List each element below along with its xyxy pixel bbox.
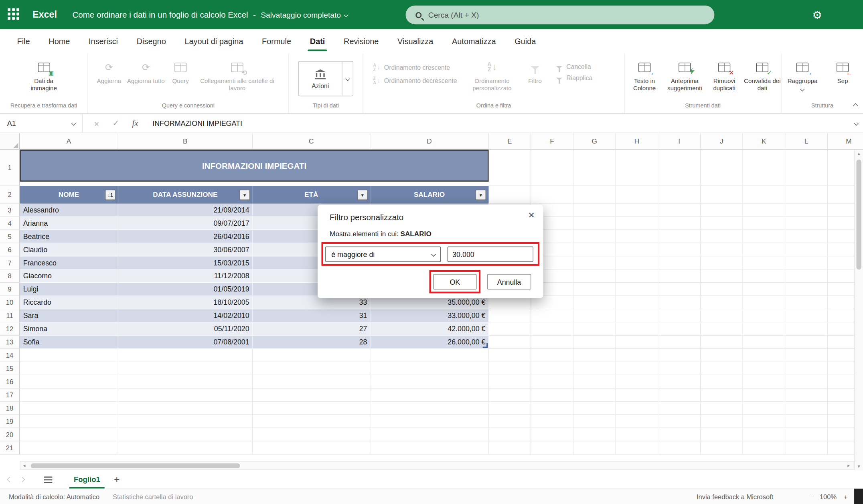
name-box[interactable]: A1 bbox=[0, 114, 83, 133]
cell-A14[interactable] bbox=[20, 349, 118, 362]
app-launcher-icon[interactable] bbox=[8, 8, 20, 21]
ribbon-tab-visualizza[interactable]: Visualizza bbox=[388, 29, 443, 53]
filter-button-data-assunzione[interactable]: ▾ bbox=[239, 189, 250, 200]
cell-D18[interactable] bbox=[371, 402, 489, 415]
row-header-13[interactable]: 13 bbox=[0, 336, 20, 349]
row-header-19[interactable]: 19 bbox=[0, 415, 20, 428]
row-header-17[interactable]: 17 bbox=[0, 389, 20, 402]
zoom-level[interactable]: 100% bbox=[820, 493, 837, 500]
scroll-up-icon[interactable]: ▴ bbox=[858, 150, 860, 157]
data-types-dropdown[interactable] bbox=[342, 62, 352, 96]
cell-I6[interactable] bbox=[658, 243, 701, 257]
cell-I8[interactable] bbox=[658, 270, 701, 283]
cell-L18[interactable] bbox=[785, 402, 828, 415]
cell-L19[interactable] bbox=[785, 415, 828, 428]
cell-A17[interactable] bbox=[20, 389, 118, 402]
cell-F12[interactable] bbox=[531, 322, 573, 336]
table-title-cell[interactable]: INFORMAZIONI IMPIEGATI bbox=[20, 150, 488, 182]
data-validation-button[interactable]: ✓ Convalida dei dati bbox=[743, 57, 781, 92]
column-header-I[interactable]: I bbox=[658, 133, 701, 150]
cell-B4[interactable]: 09/07/2017 bbox=[118, 217, 253, 230]
cell-E11[interactable] bbox=[489, 309, 531, 322]
row-header-12[interactable]: 12 bbox=[0, 322, 20, 336]
cell-A15[interactable] bbox=[20, 362, 118, 375]
cell-G11[interactable] bbox=[573, 309, 616, 322]
cell-L6[interactable] bbox=[785, 243, 828, 257]
cell-D19[interactable] bbox=[371, 415, 489, 428]
ungroup-button[interactable]: ← Sep bbox=[823, 57, 862, 85]
cell-C11[interactable]: 31 bbox=[253, 309, 371, 322]
cell-L20[interactable] bbox=[785, 428, 828, 441]
row-header-7[interactable]: 7 bbox=[0, 257, 20, 270]
workbook-statistics[interactable]: Statistiche cartella di lavoro bbox=[113, 493, 193, 500]
refresh-button[interactable]: ⟳ Aggiorna bbox=[91, 57, 127, 85]
cell-J7[interactable] bbox=[701, 257, 743, 270]
cell-B10[interactable]: 18/10/2005 bbox=[118, 296, 253, 309]
save-status[interactable]: Salvataggio completato bbox=[261, 10, 348, 19]
cell-H16[interactable] bbox=[616, 375, 658, 389]
cell-F2[interactable] bbox=[531, 186, 573, 204]
sheet-tab-foglio1[interactable]: Foglio1 bbox=[67, 470, 107, 488]
cell-L10[interactable] bbox=[785, 296, 828, 309]
cell-K15[interactable] bbox=[743, 362, 786, 375]
reapply-filter-button[interactable]: Riapplica bbox=[551, 75, 612, 81]
cell-I10[interactable] bbox=[658, 296, 701, 309]
cell-F20[interactable] bbox=[531, 428, 573, 441]
cell-B13[interactable]: 07/08/2001 bbox=[118, 336, 253, 349]
cancel-button[interactable]: Annulla bbox=[487, 274, 531, 289]
cell-G18[interactable] bbox=[573, 402, 616, 415]
cell-I5[interactable] bbox=[658, 230, 701, 243]
column-header-B[interactable]: B bbox=[118, 133, 253, 150]
cell-C15[interactable] bbox=[253, 362, 371, 375]
cell-B6[interactable]: 30/06/2007 bbox=[118, 243, 253, 257]
cell-I21[interactable] bbox=[658, 441, 701, 455]
cell-H3[interactable] bbox=[616, 204, 658, 217]
cell-A8[interactable]: Giacomo bbox=[20, 270, 118, 283]
cell-C20[interactable] bbox=[253, 428, 371, 441]
cell-J3[interactable] bbox=[701, 204, 743, 217]
cell-I3[interactable] bbox=[658, 204, 701, 217]
ribbon-tab-inserisci[interactable]: Inserisci bbox=[79, 29, 128, 53]
cell-K18[interactable] bbox=[743, 402, 786, 415]
cell-B9[interactable]: 01/05/2019 bbox=[118, 283, 253, 296]
column-header-E[interactable]: E bbox=[489, 133, 531, 150]
cell-K12[interactable] bbox=[743, 322, 786, 336]
cell-D13[interactable]: 26.000,00 € bbox=[371, 336, 489, 349]
ribbon-tab-formule[interactable]: Formule bbox=[253, 29, 301, 53]
cell-I4[interactable] bbox=[658, 217, 701, 230]
cell-A11[interactable]: Sara bbox=[20, 309, 118, 322]
cell-B18[interactable] bbox=[118, 402, 253, 415]
cell-C16[interactable] bbox=[253, 375, 371, 389]
custom-sort-button[interactable]: AZ↓ Ordinamento personalizzato bbox=[466, 57, 519, 92]
row-header-4[interactable]: 4 bbox=[0, 217, 20, 230]
cell-I19[interactable] bbox=[658, 415, 701, 428]
cell-E13[interactable] bbox=[489, 336, 531, 349]
cell-F14[interactable] bbox=[531, 349, 573, 362]
cell-L17[interactable] bbox=[785, 389, 828, 402]
cell-D14[interactable] bbox=[371, 349, 489, 362]
cell-K19[interactable] bbox=[743, 415, 786, 428]
column-header-H[interactable]: H bbox=[616, 133, 658, 150]
cell-C18[interactable] bbox=[253, 402, 371, 415]
cell-F18[interactable] bbox=[531, 402, 573, 415]
cell-L2[interactable] bbox=[785, 186, 828, 204]
cell-J20[interactable] bbox=[701, 428, 743, 441]
row-header-20[interactable]: 20 bbox=[0, 428, 20, 441]
cell-H7[interactable] bbox=[616, 257, 658, 270]
cell-G12[interactable] bbox=[573, 322, 616, 336]
cell-A6[interactable]: Claudio bbox=[20, 243, 118, 257]
cell-J6[interactable] bbox=[701, 243, 743, 257]
scroll-down-icon[interactable]: ▾ bbox=[858, 462, 860, 470]
cell-A16[interactable] bbox=[20, 375, 118, 389]
cell-G6[interactable] bbox=[573, 243, 616, 257]
cell-I9[interactable] bbox=[658, 283, 701, 296]
formula-content[interactable]: INFORMAZIONI IMPIEGATI bbox=[152, 119, 242, 128]
cell-B16[interactable] bbox=[118, 375, 253, 389]
zoom-in-button[interactable]: + bbox=[844, 493, 848, 500]
cell-G19[interactable] bbox=[573, 415, 616, 428]
cell-B5[interactable]: 26/04/2016 bbox=[118, 230, 253, 243]
cell-D12[interactable]: 42.000,00 € bbox=[371, 322, 489, 336]
cell-E17[interactable] bbox=[489, 389, 531, 402]
cell-I15[interactable] bbox=[658, 362, 701, 375]
cell-L5[interactable] bbox=[785, 230, 828, 243]
